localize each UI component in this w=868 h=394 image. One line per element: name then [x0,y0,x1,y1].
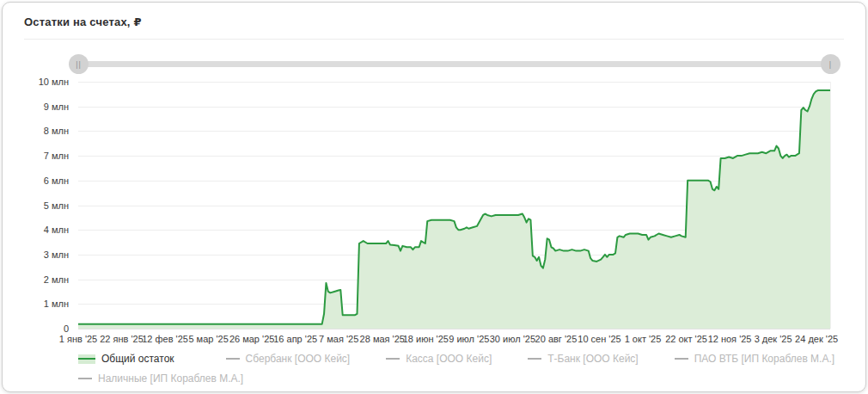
x-tick-label: 9 июл '25 [449,334,489,344]
x-tick-label: 10 сен '25 [578,334,620,344]
area-swatch-icon [78,354,95,364]
slider-track[interactable] [78,61,831,67]
y-tick-label: 2 млн [44,274,69,285]
y-tick-label: 4 млн [44,225,69,235]
plot-area[interactable] [78,82,831,329]
x-tick-label: 30 июл '25 [490,334,535,344]
x-tick-label: 26 мар '25 [229,334,274,344]
y-tick-label: 1 млн [44,299,69,309]
y-tick-label: 7 млн [44,151,69,161]
x-tick-label: 18 июн '25 [403,334,449,344]
x-tick-label: 7 мая '25 [319,334,358,344]
y-axis: 10 млн9 млн8 млн7 млн6 млн5 млн4 млн3 мл… [3,82,74,329]
x-tick-label: 1 окт '25 [625,334,662,344]
legend-item-sberbank[interactable]: Сбербанк [ООО Кейс] [226,353,351,365]
balance-chart-svg [78,82,830,329]
legend-item-vtb[interactable]: ПАО ВТБ [ИП Кораблев М.А.] [675,353,834,365]
line-swatch-icon [386,358,400,360]
chart-area: 10 млн9 млн8 млн7 млн6 млн5 млн4 млн3 мл… [3,82,831,329]
legend: Общий остаток Сбербанк [ООО Кейс] Касса … [78,353,848,385]
y-tick-label: 8 млн [44,126,69,136]
line-swatch-icon [528,358,541,360]
date-range-slider: || | [78,54,831,74]
x-tick-label: 28 мая '25 [360,334,405,344]
grip-icon: || [76,60,82,69]
x-tick-label: 12 фев '25 [142,334,188,344]
x-axis: 1 янв '2522 янв '2512 фев '255 мар '2526… [78,329,831,347]
legend-row-1: Общий остаток Сбербанк [ООО Кейс] Касса … [78,353,848,365]
x-tick-label: 5 мар '25 [188,334,228,344]
x-tick-label: 3 дек '25 [755,334,792,344]
legend-label: Сбербанк [ООО Кейс] [246,353,351,365]
legend-item-total-balance[interactable]: Общий остаток [78,353,174,365]
slider-right-handle[interactable]: | [821,54,840,74]
page-title: Остатки на счетах, ₽ [24,15,142,28]
legend-label: Касса [ООО Кейс] [406,353,492,365]
legend-label: Т-Банк [ООО Кейс] [547,353,638,365]
grip-icon: | [829,60,832,69]
legend-item-tbank[interactable]: Т-Банк [ООО Кейс] [528,353,638,365]
x-tick-label: 24 дек '25 [795,334,838,344]
balances-chart-card: Остатки на счетах, ₽ || | 10 млн9 млн8 м… [2,2,866,392]
y-tick-label: 0 [64,323,69,334]
line-swatch-icon [675,358,688,360]
x-tick-label: 12 ноя '25 [708,334,752,344]
y-tick-label: 3 млн [44,249,69,260]
legend-label: Наличные [ИП Кораблев М.А.] [98,372,243,385]
legend-label: Общий остаток [101,353,174,365]
header-divider [24,39,844,40]
y-tick-label: 5 млн [44,200,69,211]
y-tick-label: 9 млн [44,102,69,112]
slider-left-handle[interactable]: || [69,54,89,74]
x-tick-label: 1 янв '25 [59,334,97,344]
card-header: Остатки на счетах, ₽ [3,3,865,39]
legend-row-2: Наличные [ИП Кораблев М.А.] [78,372,848,385]
y-tick-label: 6 млн [44,175,69,186]
x-tick-label: 22 окт '25 [665,334,707,344]
line-swatch-icon [78,378,92,379]
legend-label: ПАО ВТБ [ИП Кораблев М.А.] [694,353,834,365]
y-tick-label: 10 млн [39,77,69,87]
legend-item-kassa[interactable]: Касса [ООО Кейс] [386,353,492,365]
x-tick-label: 16 апр '25 [273,334,317,344]
line-swatch-icon [226,358,240,360]
x-tick-label: 20 авг '25 [535,334,578,344]
legend-item-nalichnye[interactable]: Наличные [ИП Кораблев М.А.] [78,372,243,385]
x-tick-label: 22 янв '25 [100,334,144,344]
balance-area-fill [78,90,830,329]
